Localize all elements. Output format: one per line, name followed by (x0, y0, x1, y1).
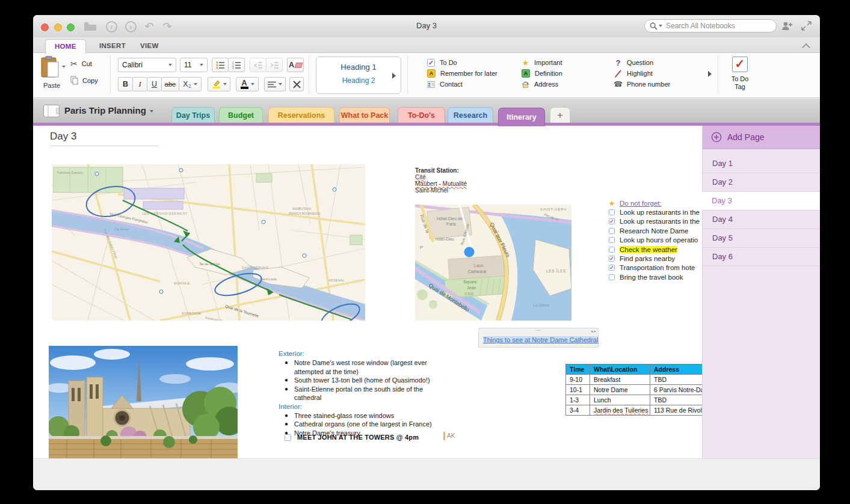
todo-checkbox[interactable]: ✓ (609, 256, 615, 262)
add-section-tab[interactable]: + (550, 107, 570, 123)
page-item-day5[interactable]: Day 5 (703, 229, 820, 248)
page-item-day6[interactable]: Day 6 (703, 248, 820, 266)
container-resize-handle[interactable]: ◂ ▸ (591, 329, 596, 334)
tag-important[interactable]: ★ Important (522, 58, 562, 67)
tab-insert[interactable]: INSERT (90, 40, 135, 52)
paris-route-map[interactable]: Tuileries Garden 1ER ARRONDISSEMENT La S… (52, 164, 365, 321)
search-scope-caret-icon[interactable] (659, 25, 662, 27)
checklist-item[interactable]: ✓Look up restaurants in the (609, 217, 702, 226)
link-container[interactable]: ⋯ ◂ ▸ Things to see at Notre Dame Cathed… (478, 328, 599, 348)
bullets-button[interactable] (212, 58, 229, 72)
add-page-button[interactable]: Add Page (703, 126, 820, 149)
ribbon-collapse-icon[interactable] (802, 43, 810, 52)
todo-checkbox[interactable] (609, 247, 615, 253)
checklist-item[interactable]: Check the weather (609, 245, 702, 254)
checklist-item[interactable]: Research Notre Dame (609, 226, 702, 235)
more-styles-icon[interactable] (392, 73, 396, 79)
table-row[interactable]: 9-10BreakfastTBD (566, 375, 703, 385)
todo-checkbox[interactable] (609, 237, 615, 243)
notebook-icon[interactable] (43, 105, 60, 117)
page-title[interactable]: Day 3 (50, 131, 76, 143)
section-tab-reservations[interactable]: Reservations (268, 107, 334, 123)
checklist-item[interactable]: Bring the travel book (609, 272, 702, 281)
page-canvas[interactable]: Day 3 Tuileries Garden (33, 126, 820, 458)
todo-checkbox[interactable] (285, 434, 291, 441)
checklist-item[interactable]: Look up restaurants in the (609, 207, 702, 217)
table-header[interactable]: Address (650, 364, 703, 375)
section-tab-budget[interactable]: Budget (219, 107, 263, 123)
table-row[interactable]: 1-3LunchTBD (566, 395, 703, 405)
underline-button[interactable]: U (147, 77, 162, 91)
page-item-day4[interactable]: Day 4 (703, 211, 820, 229)
font-color-button[interactable]: A (236, 77, 259, 91)
search-input[interactable] (665, 21, 771, 31)
table-header[interactable]: What\Location (590, 364, 650, 375)
page-item-day2[interactable]: Day 2 (703, 173, 820, 192)
tag-todo[interactable]: ✓ To Do (427, 58, 457, 67)
page-item-day3[interactable]: Day 3 (702, 192, 820, 211)
clear-formatting-button[interactable]: A (287, 58, 304, 72)
tag-contact[interactable]: Contact (427, 79, 463, 89)
table-row[interactable]: 3-4Jardin des Tuileries113 Rue de Rivoli… (566, 405, 703, 416)
section-tab-day-trips[interactable]: Day Trips (171, 107, 215, 123)
bold-button[interactable]: B (118, 77, 133, 91)
todo-tag-button[interactable]: ✓ To DoTag (721, 57, 759, 91)
cut-button[interactable]: ✂ Cut (70, 59, 92, 69)
table-header[interactable]: Time (566, 364, 590, 375)
todo-checkbox[interactable] (609, 209, 615, 215)
checklist-item[interactable]: ✓Transportation from hote (609, 263, 702, 272)
checklist-heading[interactable]: Do not forget: (620, 200, 662, 207)
numbering-button[interactable]: 123 (228, 58, 245, 72)
container-move-handle[interactable]: ⋯ (479, 328, 598, 333)
notre-dame-link[interactable]: Things to see at Notre Dame Cathedral (483, 336, 598, 343)
notre-dame-photo[interactable] (49, 346, 238, 458)
tag-highlight[interactable]: Highlight (614, 69, 653, 78)
section-tab-what-to-pack[interactable]: What to Pack (339, 107, 390, 123)
notebook-name[interactable]: Paris Trip Planning (64, 105, 153, 115)
text-highlight-button[interactable] (208, 77, 230, 91)
tag-definition[interactable]: A Definition (522, 69, 562, 78)
tab-home[interactable]: HOME (45, 39, 86, 54)
cathedral-notes[interactable]: Exterior: ●Notre Dame's west rose window… (279, 349, 447, 437)
indent-button[interactable] (266, 58, 283, 72)
todo-checkbox[interactable] (609, 228, 615, 234)
alignment-button[interactable] (264, 77, 286, 91)
style-heading2[interactable]: Heading 2 (316, 76, 401, 85)
search-box[interactable] (644, 19, 777, 32)
style-heading1[interactable]: Heading 1 (316, 63, 401, 72)
checklist-item[interactable]: ✓Find parks nearby (609, 254, 702, 263)
tag-remember[interactable]: A Remember for later (427, 69, 497, 78)
strikethrough-button[interactable]: abe (161, 77, 179, 91)
tag-address[interactable]: Address (522, 79, 558, 89)
table-row[interactable]: 10-1Notre Dame6 Parvis Notre-Dame France (566, 385, 703, 395)
fullscreen-icon[interactable] (801, 21, 812, 33)
styles-gallery[interactable]: Heading 1 Heading 2 (316, 57, 401, 94)
map-label: SAINT-GERV (540, 207, 567, 211)
todo-checkbox[interactable] (609, 274, 615, 280)
itinerary-table[interactable]: Time What\Location Address 9-10Breakfast… (565, 364, 702, 416)
delete-button[interactable] (289, 77, 304, 91)
section-tab-itinerary[interactable]: Itinerary (498, 108, 545, 126)
notre-dame-area-map[interactable]: SAINT-GERV Hôtel-Dieu de Paris Hôtel-Die… (415, 204, 571, 321)
font-name-combo[interactable]: Calibri (118, 58, 176, 72)
notebook-dropdown-icon[interactable] (150, 110, 153, 112)
checklist-item[interactable]: Look up hours of operatio (609, 236, 702, 245)
copy-button[interactable]: Copy (70, 76, 98, 85)
todo-checkbox[interactable]: ✓ (609, 265, 615, 271)
paste-button[interactable] (40, 56, 61, 80)
todo-checkbox[interactable]: ✓ (609, 218, 615, 224)
tag-question[interactable]: ? Question (614, 58, 653, 67)
tab-view[interactable]: VIEW (131, 40, 168, 52)
section-tab-todos[interactable]: To-Do's (398, 107, 445, 123)
more-tags-icon[interactable] (708, 71, 712, 77)
tag-phone[interactable]: ☎ Phone number (614, 79, 670, 89)
meet-john-todo[interactable]: MEET JOHN AT THE TOWERS @ 4pm (285, 434, 419, 441)
page-item-day1[interactable]: Day 1 (703, 155, 820, 173)
italic-button[interactable]: I (132, 77, 147, 91)
share-people-icon[interactable] (781, 21, 793, 33)
section-tab-research[interactable]: Research (448, 107, 493, 123)
subscript-button[interactable]: X2 (179, 77, 202, 91)
transit-note[interactable]: Transit Station: Cité Maubert - Mutualit… (415, 167, 467, 194)
font-size-combo[interactable]: 11 (180, 58, 208, 72)
outdent-button[interactable] (250, 58, 266, 72)
